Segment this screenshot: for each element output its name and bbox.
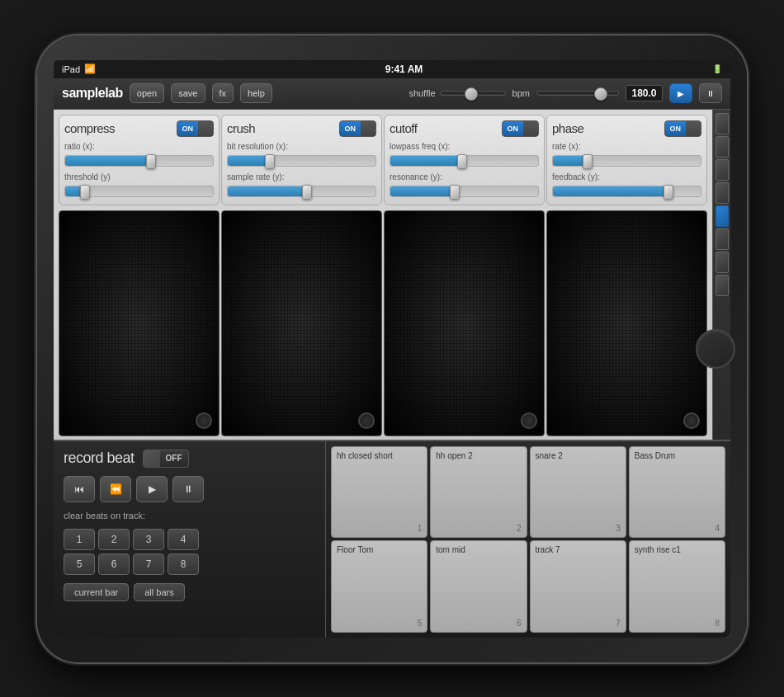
track-btn-3[interactable]: 3 — [133, 529, 164, 550]
open-button[interactable]: open — [130, 83, 164, 103]
track-btn-5[interactable]: 5 — [64, 553, 95, 575]
record-title: record beat — [64, 450, 135, 467]
skip-start-button[interactable]: ⏮ — [64, 476, 95, 502]
compress-toggle[interactable]: ON — [177, 120, 215, 137]
crush-slider1[interactable] — [227, 155, 376, 167]
status-left: iPad 📶 — [62, 64, 96, 74]
cutoff-toggle[interactable]: ON — [502, 120, 540, 137]
ipad-screen: iPad 📶 9:41 AM 🔋 samplelab open save fx … — [54, 60, 730, 638]
track-btn-2[interactable]: 2 — [98, 529, 130, 550]
compress-slider1[interactable] — [64, 155, 214, 167]
all-bars-button[interactable]: all bars — [134, 583, 184, 601]
cutoff-slider2-label: resonance (y): — [390, 172, 539, 181]
phase-slider1-label: rate (x): — [552, 142, 701, 151]
sample-pad-4[interactable]: Bass Drum 4 — [629, 446, 725, 539]
bpm-label: bpm — [512, 88, 530, 98]
bpm-value[interactable]: 180.0 — [626, 85, 663, 101]
sample-pad-8-number: 8 — [715, 619, 720, 628]
pause-button[interactable]: ⏸ — [699, 83, 722, 103]
track-btn-8[interactable]: 8 — [168, 553, 199, 575]
pad-compress[interactable] — [59, 210, 220, 436]
pad-area — [54, 209, 712, 440]
logo-text: samplelab — [62, 86, 123, 100]
strip-btn-4[interactable] — [716, 182, 729, 204]
phase-slider2-label: feedback (y): — [552, 172, 701, 181]
sample-pad-6-name: tom mid — [436, 545, 521, 554]
sample-pad-6-number: 6 — [517, 619, 522, 628]
sample-pad-1[interactable]: hh closed short 1 — [331, 446, 427, 539]
strip-btn-2[interactable] — [716, 136, 729, 158]
pad-phase[interactable] — [546, 210, 707, 436]
transport-pause-button[interactable]: ⏸ — [172, 476, 204, 502]
phase-toggle-on: ON — [665, 121, 687, 136]
battery-icon: 🔋 — [712, 64, 722, 73]
crush-header: crush ON — [227, 120, 376, 137]
play-button[interactable]: ▶ — [669, 83, 692, 103]
pad-crush[interactable] — [221, 210, 382, 436]
rewind-icon: ⏪ — [110, 483, 122, 495]
save-button[interactable]: save — [171, 83, 205, 103]
compress-slider2[interactable] — [64, 186, 214, 197]
sample-pad-8[interactable]: synth rise c1 8 — [629, 540, 725, 633]
pause-icon: ⏸ — [706, 89, 715, 98]
effect-compress: compress ON ratio (x): — [59, 115, 220, 205]
current-bar-button[interactable]: current bar — [64, 583, 129, 601]
sample-pad-3-number: 3 — [616, 524, 621, 533]
bpm-slider[interactable] — [536, 91, 619, 96]
phase-slider2[interactable] — [552, 186, 701, 197]
sample-pad-5[interactable]: Floor Tom 5 — [331, 540, 427, 633]
strip-btn-8[interactable] — [716, 275, 729, 296]
cutoff-slider1[interactable] — [390, 155, 539, 167]
crush-toggle[interactable]: ON — [339, 120, 377, 137]
crush-slider2-label: sample rate (y): — [227, 172, 376, 181]
ipad-frame: iPad 📶 9:41 AM 🔋 samplelab open save fx … — [37, 35, 747, 662]
pad-cutoff[interactable] — [384, 210, 545, 436]
sample-grid: hh closed short 1 hh open 2 2 snare 2 3 … — [326, 441, 730, 638]
effects-with-strip: compress ON ratio (x): — [54, 110, 730, 440]
phase-toggle-off — [686, 121, 701, 136]
strip-btn-1[interactable] — [716, 113, 729, 134]
shuffle-slider[interactable] — [440, 91, 506, 96]
phase-toggle[interactable]: ON — [664, 120, 702, 137]
transport-play-button[interactable]: ▶ — [136, 476, 168, 502]
cutoff-header: cutoff ON — [390, 120, 539, 137]
fx-button[interactable]: fx — [212, 83, 234, 103]
sample-pad-6[interactable]: tom mid 6 — [430, 540, 527, 633]
bpm-slider-thumb[interactable] — [594, 87, 607, 101]
sample-pad-7[interactable]: track 7 7 — [530, 540, 626, 633]
sample-pad-2[interactable]: hh open 2 2 — [430, 446, 527, 539]
track-btn-4[interactable]: 4 — [168, 529, 199, 550]
track-btn-6[interactable]: 6 — [98, 553, 130, 575]
help-button[interactable]: help — [240, 83, 272, 103]
rewind-button[interactable]: ⏪ — [100, 476, 131, 502]
strip-btn-6[interactable] — [716, 228, 729, 250]
record-toggle-off-indicator — [144, 450, 160, 467]
sample-pad-7-number: 7 — [616, 619, 621, 628]
play-icon: ▶ — [678, 89, 684, 98]
strip-btn-3[interactable] — [716, 159, 729, 181]
record-toggle[interactable]: OFF — [143, 450, 189, 468]
crush-title: crush — [227, 121, 255, 135]
phase-title: phase — [552, 121, 583, 135]
phase-slider1[interactable] — [552, 155, 701, 167]
crush-slider1-label: bit resolution (x): — [227, 142, 376, 151]
bottom-section: record beat OFF ⏮ ⏪ — [54, 440, 730, 638]
pad-phase-indicator — [683, 412, 700, 429]
sample-pad-4-name: Bass Drum — [635, 451, 720, 460]
sample-pad-3[interactable]: snare 2 3 — [530, 446, 626, 539]
sample-pad-3-name: snare 2 — [536, 451, 621, 460]
strip-btn-7[interactable] — [716, 252, 729, 273]
crush-slider2[interactable] — [227, 186, 376, 197]
track-btn-1[interactable]: 1 — [64, 529, 95, 550]
cutoff-slider1-label: lowpass freq (x): — [390, 142, 539, 151]
cutoff-slider2[interactable] — [390, 186, 539, 197]
cutoff-toggle-off — [523, 121, 538, 136]
track-btn-7[interactable]: 7 — [133, 553, 164, 575]
pad-cutoff-indicator — [521, 412, 537, 429]
status-bar: iPad 📶 9:41 AM 🔋 — [54, 60, 730, 78]
shuffle-slider-thumb[interactable] — [465, 87, 478, 101]
action-row: current bar all bars — [64, 583, 315, 601]
effect-crush: crush ON bit resolution (x): — [221, 115, 382, 205]
strip-btn-5-active[interactable] — [716, 205, 729, 227]
wifi-icon: 📶 — [84, 64, 96, 74]
